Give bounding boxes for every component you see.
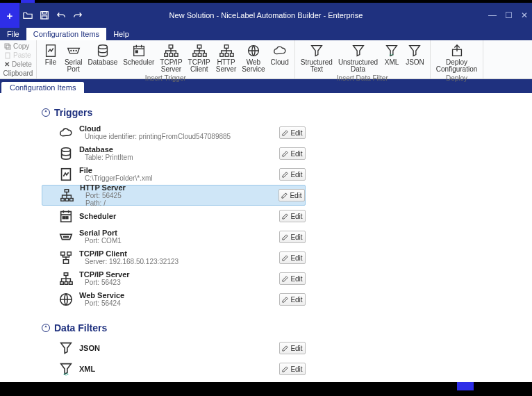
- trigger-row[interactable]: DatabaseTable: PrintItemEdit: [42, 143, 306, 164]
- trigger-row[interactable]: FileC:\TriggerFolder\*.xmlEdit: [42, 164, 306, 185]
- menubar: File Configuration Items Help: [0, 28, 532, 40]
- svg-rect-45: [65, 282, 68, 285]
- ribbon-trigger-tcpclient[interactable]: TCP/IPClient: [185, 42, 213, 74]
- ribbon-filter-structured[interactable]: StructuredText: [298, 42, 335, 74]
- close-button[interactable]: ✕: [521, 10, 528, 20]
- svg-rect-40: [63, 260, 68, 264]
- minimize-button[interactable]: —: [488, 10, 497, 20]
- menu-help[interactable]: Help: [106, 28, 136, 40]
- edit-button[interactable]: Edit: [279, 363, 306, 375]
- qat-open-button[interactable]: [19, 3, 36, 28]
- maximize-button[interactable]: ☐: [505, 10, 513, 20]
- titlebar: + New Solution - NiceLabel Automation Bu…: [0, 3, 532, 28]
- svg-rect-3: [5, 44, 9, 48]
- menu-file[interactable]: File: [0, 28, 26, 40]
- ribbon-trigger-webservice[interactable]: WebService: [239, 42, 267, 74]
- edit-button[interactable]: Edit: [279, 272, 306, 285]
- section-triggers-header[interactable]: ˄ Triggers: [42, 107, 532, 118]
- svg-text:<>: <>: [63, 372, 69, 377]
- item-sub: Unique identifier: printingFromCloud5470…: [79, 133, 274, 140]
- svg-point-37: [64, 236, 65, 237]
- ribbon-trigger-cloud[interactable]: Cloud: [268, 42, 292, 67]
- trigger-row[interactable]: TCP/IP ServerPort: 56423Edit: [42, 268, 306, 289]
- chevron-up-icon: ˄: [42, 108, 50, 117]
- edit-button[interactable]: Edit: [279, 168, 306, 181]
- ribbon-copy[interactable]: Copy: [3, 42, 33, 51]
- ribbon-filter-unstructured[interactable]: UnstructuredData: [335, 42, 381, 74]
- edit-button[interactable]: Edit: [279, 210, 306, 222]
- edit-button[interactable]: Edit: [279, 251, 306, 264]
- svg-rect-18: [193, 53, 197, 57]
- ribbon-filter-xml[interactable]: <>XML: [381, 42, 403, 67]
- edit-button[interactable]: Edit: [279, 189, 305, 201]
- svg-rect-44: [60, 282, 64, 285]
- svg-rect-1: [42, 12, 46, 15]
- item-title: TCP/IP Client: [79, 250, 274, 258]
- item-title: XML: [79, 365, 274, 373]
- svg-rect-42: [67, 252, 72, 256]
- xml-icon: <>: [58, 361, 74, 377]
- ribbon: Copy Paste ✕Delete Clipboard File Serial…: [0, 40, 532, 79]
- ribbon-trigger-database[interactable]: Database: [85, 42, 120, 67]
- ribbon-deploy[interactable]: DeployConfiguration: [433, 42, 480, 74]
- svg-point-7: [71, 51, 72, 51]
- svg-rect-32: [65, 199, 69, 201]
- qat-new-button[interactable]: +: [0, 3, 19, 28]
- ribbon-trigger-tcpserver[interactable]: TCP/IPServer: [157, 42, 185, 74]
- edit-button[interactable]: Edit: [279, 293, 306, 306]
- webservice-icon: [58, 292, 74, 307]
- item-sub: C:\TriggerFolder\*.xml: [79, 174, 274, 182]
- svg-rect-46: [69, 282, 73, 285]
- chevron-up-icon: ˄: [42, 324, 50, 332]
- filter-row[interactable]: JSONEdit: [42, 338, 306, 358]
- qat-save-button[interactable]: [36, 3, 53, 28]
- cloud-icon: [58, 125, 74, 140]
- svg-rect-14: [165, 53, 168, 57]
- breadcrumb-tab[interactable]: Configuration Items: [1, 82, 84, 93]
- trigger-row[interactable]: SchedulerEdit: [42, 206, 306, 226]
- ribbon-trigger-serial[interactable]: SerialPort: [62, 42, 85, 74]
- item-title: Scheduler: [79, 213, 274, 220]
- section-filters-header[interactable]: ˄ Data Filters: [42, 322, 532, 333]
- item-sub2: Path: /: [80, 199, 273, 207]
- menu-configuration-items[interactable]: Configuration Items: [26, 28, 106, 40]
- svg-rect-13: [169, 45, 174, 49]
- ribbon-trigger-file[interactable]: File: [40, 42, 62, 67]
- svg-rect-2: [42, 16, 47, 19]
- ribbon-filter-json[interactable]: JSON: [403, 42, 427, 67]
- qat-redo-button[interactable]: [69, 3, 86, 28]
- svg-point-9: [76, 51, 76, 51]
- svg-rect-43: [64, 273, 68, 276]
- svg-point-39: [67, 236, 68, 237]
- item-title: JSON: [79, 345, 274, 352]
- svg-point-38: [65, 236, 66, 237]
- trigger-row[interactable]: CloudUnique identifier: printingFromClou…: [42, 122, 306, 143]
- filter-row[interactable]: <>XMLEdit: [42, 358, 306, 379]
- ribbon-trigger-httpserver[interactable]: HTTPServer: [213, 42, 239, 74]
- ribbon-delete[interactable]: ✕Delete: [3, 60, 33, 69]
- edit-button[interactable]: Edit: [279, 231, 306, 243]
- qat-undo-button[interactable]: [53, 3, 69, 28]
- json-icon: [58, 340, 74, 356]
- ribbon-paste[interactable]: Paste: [3, 51, 33, 60]
- item-sub: Table: PrintItem: [79, 154, 274, 161]
- item-sub: Port: 56424: [79, 299, 274, 307]
- svg-rect-5: [6, 53, 10, 58]
- trigger-row[interactable]: TCP/IP ClientServer: 192.168.50.123:3212…: [42, 247, 306, 268]
- tcpserver-icon: [58, 271, 74, 286]
- svg-rect-33: [70, 199, 74, 201]
- svg-rect-23: [225, 53, 228, 57]
- edit-button[interactable]: Edit: [279, 147, 306, 160]
- trigger-row[interactable]: HTTP ServerPort: 56425Path: /Edit: [42, 185, 306, 206]
- item-title: Web Service: [79, 292, 274, 299]
- ribbon-trigger-scheduler[interactable]: Scheduler: [120, 42, 157, 67]
- trigger-row[interactable]: Web ServicePort: 56424Edit: [42, 289, 306, 310]
- scheduler-icon: [58, 208, 74, 224]
- http-icon: [59, 188, 74, 203]
- trigger-row[interactable]: Serial PortPort: COM1Edit: [42, 226, 306, 247]
- svg-rect-16: [175, 53, 178, 57]
- edit-button[interactable]: Edit: [279, 342, 306, 354]
- edit-button[interactable]: Edit: [279, 126, 306, 139]
- database-icon: [58, 146, 74, 161]
- svg-rect-17: [197, 45, 201, 49]
